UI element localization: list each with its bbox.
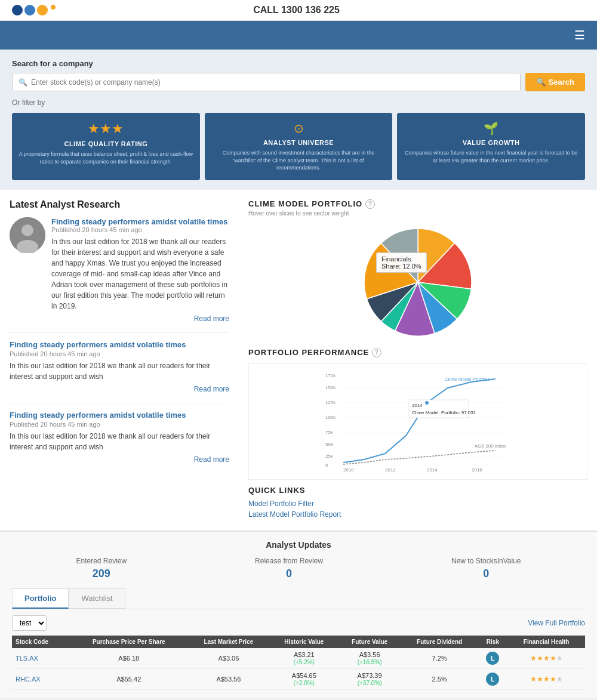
article-3-title[interactable]: Finding steady performers amidst volatil…	[10, 411, 229, 420]
portfolio-title-text: CLIME MODEL PORTFOLIO	[248, 199, 362, 208]
table-toolbar: test View Full Portfolio	[12, 615, 585, 631]
update-stat-2: Release from Review 0	[255, 557, 323, 580]
update-stat-3-label: New to StocksInValue	[451, 557, 521, 565]
search-btn-icon: 🔍	[536, 78, 546, 87]
portfolio-select[interactable]: test	[12, 615, 47, 631]
cell-code: RHC.AX	[12, 668, 70, 689]
logo-circles	[12, 5, 56, 16]
cell-future: A$3.56(+16.5%)	[338, 648, 401, 669]
svg-text:0: 0	[325, 462, 328, 468]
article-2-date: Published 20 hours 45 min ago	[10, 350, 229, 357]
quick-links-title: QUICK LINKS	[248, 486, 587, 495]
svg-text:2016: 2016	[472, 467, 482, 471]
update-stat-1-value: 209	[76, 568, 127, 580]
clime-quality-desc: A proprietary formula that uses balance …	[18, 150, 194, 165]
col-risk: Risk	[478, 636, 508, 648]
read-more-3[interactable]: Read more	[10, 455, 229, 464]
analyst-research-title: Latest Analyst Research	[10, 199, 229, 210]
cell-risk: L	[478, 668, 508, 689]
clime-quality-icon: ★★★	[18, 121, 194, 137]
cell-last: A$53.56	[187, 668, 270, 689]
update-stats: Entered Review 209 Release from Review 0…	[12, 557, 585, 580]
update-stat-1: Entered Review 209	[76, 557, 127, 580]
col-stock-code: Stock Code	[12, 636, 70, 648]
read-more-2[interactable]: Read more	[10, 385, 229, 393]
search-button[interactable]: 🔍 Search	[525, 73, 585, 91]
svg-text:100k: 100k	[325, 415, 336, 420]
logo-circle-2	[24, 5, 35, 16]
analyst-updates-title: Analyst Updates	[12, 540, 585, 550]
table-header: Stock Code Purchase Price Per Share Last…	[12, 636, 585, 648]
value-growth-desc: Companies whose future value in the next…	[403, 149, 579, 164]
article-mini-3: Finding steady performers amidst volatil…	[10, 403, 229, 464]
update-stat-2-label: Release from Review	[255, 557, 323, 565]
article-2-title[interactable]: Finding steady performers amidst volatil…	[10, 340, 229, 349]
svg-text:2012: 2012	[385, 467, 396, 471]
portfolio-table: Stock Code Purchase Price Per Share Last…	[12, 636, 585, 690]
update-stat-1-label: Entered Review	[76, 557, 127, 565]
search-input[interactable]	[31, 78, 514, 87]
call-text: CALL 1300 136 225	[253, 5, 340, 16]
svg-point-1	[21, 224, 33, 236]
cell-last: A$3.06	[187, 648, 270, 669]
portfolio-tabs: Portfolio Watchlist	[12, 588, 585, 609]
logo-circle-1	[12, 5, 23, 16]
perf-chart-svg: 171k 150k 125k 100k 75k 50k 25k 0 2010	[255, 370, 581, 471]
view-full-portfolio[interactable]: View Full Portfolio	[528, 619, 585, 627]
perf-info-icon[interactable]: ?	[372, 348, 381, 357]
stock-link-RHC.AX[interactable]: RHC.AX	[16, 676, 41, 683]
portfolio-info-icon[interactable]: ?	[365, 199, 375, 209]
svg-text:25k: 25k	[325, 454, 334, 459]
logo-area	[12, 5, 56, 16]
stock-link-TLS.AX[interactable]: TLS.AX	[16, 655, 38, 662]
analyst-updates: Analyst Updates Entered Review 209 Relea…	[0, 531, 597, 698]
svg-text:150k: 150k	[325, 385, 336, 390]
cell-dividend: 2.5%	[401, 668, 478, 689]
article-main-title[interactable]: Finding steady performers amidst volatil…	[51, 217, 227, 226]
update-stat-3-value: 0	[451, 568, 521, 580]
pie-tooltip-value: Share: 12.0%	[381, 263, 421, 270]
cell-health: ★★★★★	[507, 668, 585, 689]
col-historic-val: Historic Value	[270, 636, 338, 648]
cell-historic: A$3.21(+5.2%)	[270, 648, 338, 669]
quick-link-1[interactable]: Model Portfolio Filter	[248, 499, 587, 508]
pie-chart-container: Financials Share: 12.0%	[358, 223, 478, 342]
pie-tooltip: Financials Share: 12.0%	[376, 252, 427, 273]
table-body: TLS.AX A$6.18 A$3.06 A$3.21(+5.2%) A$3.5…	[12, 648, 585, 690]
update-stat-2-value: 0	[255, 568, 323, 580]
article-mini-2: Finding steady performers amidst volatil…	[10, 332, 229, 393]
cell-risk: L	[478, 648, 508, 669]
search-input-wrap[interactable]: 🔍	[12, 73, 521, 91]
table-header-row: Stock Code Purchase Price Per Share Last…	[12, 636, 585, 648]
svg-text:125k: 125k	[325, 400, 336, 405]
hamburger-icon[interactable]: ☰	[574, 28, 585, 42]
col-purchase-price: Purchase Price Per Share	[70, 636, 187, 648]
risk-badge: L	[486, 673, 499, 686]
pie-tooltip-label: Financials	[381, 255, 421, 263]
article-main-content: Finding steady performers amidst volatil…	[51, 217, 229, 323]
perf-chart-container: 171k 150k 125k 100k 75k 50k 25k 0 2010	[248, 363, 587, 480]
filter-label: Or filter by	[12, 98, 585, 107]
filter-card-value[interactable]: 🌱 VALUE GROWTH Companies whose future va…	[397, 113, 585, 180]
read-more-1[interactable]: Read more	[51, 314, 229, 323]
filter-card-analyst[interactable]: ⊙ ANALYST UNIVERSE Companies with sound …	[205, 113, 393, 180]
article-main-text: In this our last edition for 2018 we tha…	[51, 236, 229, 312]
tab-portfolio[interactable]: Portfolio	[12, 588, 69, 609]
asx-line	[343, 451, 496, 464]
svg-text:2014: 2014	[412, 403, 423, 408]
filter-card-clime[interactable]: ★★★ CLIME QUALITY RATING A proprietary f…	[12, 113, 200, 180]
analyst-universe-icon: ⊙	[211, 121, 387, 135]
clime-quality-title: CLIME QUALITY RATING	[18, 140, 194, 147]
cell-dividend: 7.2%	[401, 648, 478, 669]
header: CALL 1300 136 225	[0, 0, 597, 21]
col-last-market: Last Market Price	[187, 636, 270, 648]
col-financial-health: Financial Health	[507, 636, 585, 648]
tab-watchlist[interactable]: Watchlist	[69, 588, 125, 609]
quick-link-2[interactable]: Latest Model Portfolio Report	[248, 510, 587, 519]
left-panel: Latest Analyst Research Finding steady p…	[0, 190, 239, 531]
clime-line	[343, 379, 496, 462]
logo-dot	[51, 5, 56, 10]
col-future-div: Future Dividend	[401, 636, 478, 648]
pie-svg	[358, 223, 478, 342]
article-3-date: Published 20 hours 45 min ago	[10, 421, 229, 428]
